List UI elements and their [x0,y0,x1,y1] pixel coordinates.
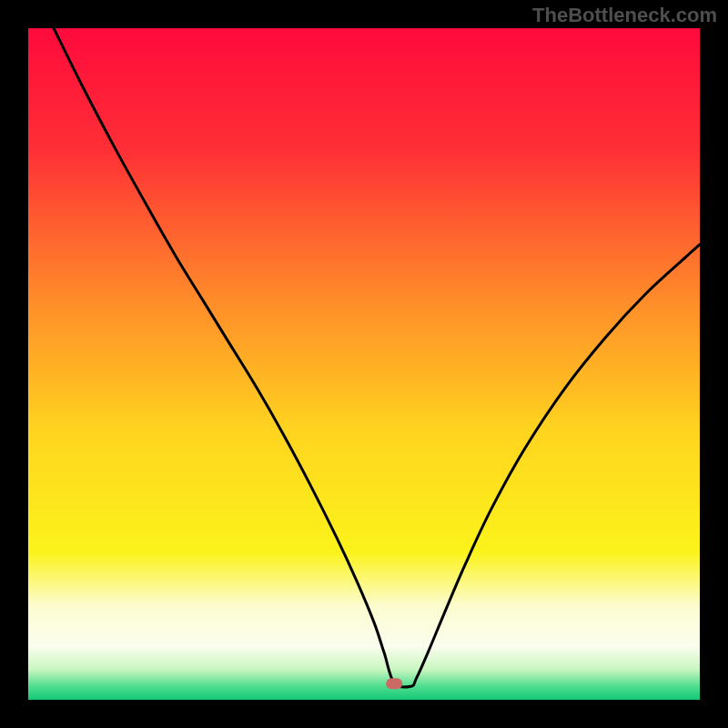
watermark-text: TheBottleneck.com [532,4,717,27]
chart-svg [0,0,728,728]
chart-frame: TheBottleneck.com [0,0,728,728]
optimal-marker [386,678,402,689]
